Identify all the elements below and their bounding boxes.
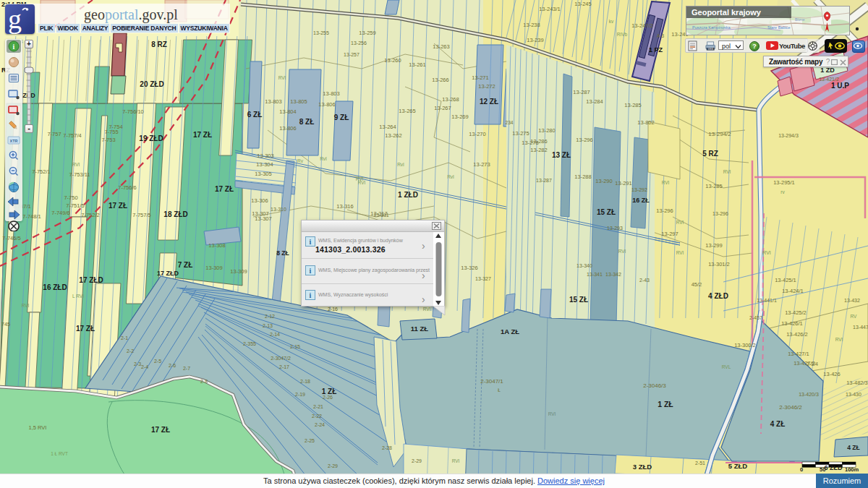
- svg-text:L RVI: L RVI: [72, 294, 84, 299]
- svg-text:1 PZ: 1 PZ: [649, 46, 663, 53]
- svg-text:13-259: 13-259: [359, 30, 375, 36]
- svg-text:kv: kv: [609, 19, 614, 24]
- svg-text:13-420/3: 13-420/3: [799, 392, 819, 397]
- svg-text:2-8: 2-8: [200, 379, 208, 384]
- svg-text:13-263: 13-263: [433, 43, 449, 50]
- svg-text:2-24: 2-24: [315, 422, 325, 427]
- svg-text:13-297: 13-297: [661, 231, 678, 237]
- svg-text:13-309: 13-309: [205, 265, 222, 271]
- svg-text:11 ZŁ: 11 ZŁ: [411, 325, 428, 333]
- svg-text:RVI: RVI: [723, 169, 731, 174]
- svg-text:2-15: 2-15: [290, 344, 300, 349]
- svg-text:2-457: 2-457: [749, 315, 762, 320]
- svg-text:Rv: Rv: [297, 158, 304, 163]
- svg-text:2-28: 2-28: [382, 445, 392, 450]
- svg-text:13-804: 13-804: [279, 108, 296, 115]
- svg-text:17 ZŁ: 17 ZŁ: [151, 426, 170, 434]
- svg-text:1 ZŁD: 1 ZŁD: [398, 191, 418, 199]
- svg-text:16 ZŁD: 16 ZŁD: [43, 283, 67, 291]
- svg-text:17 ZŁ: 17 ZŁ: [215, 185, 234, 193]
- svg-text:7-757/5: 7-757/5: [132, 212, 150, 218]
- svg-text:2-5: 2-5: [154, 359, 161, 364]
- svg-text:13-424/1: 13-424/1: [782, 288, 804, 294]
- svg-text:RvI: RvI: [397, 162, 404, 167]
- svg-text:13-342: 13-342: [605, 272, 621, 277]
- svg-text:2-355: 2-355: [243, 341, 256, 346]
- svg-text:13-432: 13-432: [844, 298, 860, 303]
- svg-text:RVI: RVI: [835, 337, 843, 342]
- svg-text:745: 745: [1, 321, 11, 328]
- svg-text:i: i: [13, 43, 15, 51]
- svg-text:7-748/1: 7-748/1: [22, 213, 41, 220]
- svg-text:13-803: 13-803: [265, 98, 281, 105]
- svg-text:13-426: 13-426: [823, 371, 840, 377]
- svg-text:13-340: 13-340: [576, 263, 592, 268]
- svg-text:17 ZŁ: 17 ZŁ: [109, 202, 127, 210]
- svg-text:RVI: RVI: [548, 411, 556, 416]
- svg-text:Geoportal krajowy: Geoportal krajowy: [692, 8, 762, 17]
- svg-text:2-14: 2-14: [270, 332, 280, 337]
- svg-text:7-756/10: 7-756/10: [122, 108, 144, 115]
- svg-text:13-425/1: 13-425/1: [775, 277, 796, 283]
- svg-text:13-290: 13-290: [595, 178, 612, 184]
- svg-text:9 ZŁ: 9 ZŁ: [334, 114, 349, 121]
- svg-text:13-301/2: 13-301/2: [708, 261, 730, 267]
- svg-text:4 ZŁ: 4 ZŁ: [847, 444, 859, 451]
- svg-text:17 ZŁD: 17 ZŁD: [157, 270, 179, 277]
- svg-text:5 ZŁD: 5 ZŁD: [728, 462, 748, 470]
- svg-text:YouTube: YouTube: [779, 42, 805, 50]
- svg-text:13-304: 13-304: [256, 161, 273, 168]
- svg-text:13-425/2: 13-425/2: [785, 309, 807, 316]
- svg-text:13-267: 13-267: [434, 105, 451, 111]
- svg-text:15 ZŁ: 15 ZŁ: [597, 208, 616, 216]
- svg-text:13-270: 13-270: [469, 131, 485, 137]
- svg-text:7-749/6: 7-749/6: [51, 210, 69, 216]
- svg-text:13-326: 13-326: [461, 265, 477, 271]
- svg-text:RVI: RVI: [452, 458, 460, 463]
- svg-text:13-291: 13-291: [615, 180, 631, 187]
- svg-text:13-311: 13-311: [373, 213, 388, 218]
- svg-text:Ł: Ł: [498, 388, 501, 393]
- svg-text:3 ZŁD: 3 ZŁD: [633, 463, 652, 471]
- svg-text:13-295/1: 13-295/1: [773, 179, 795, 186]
- svg-text:7-751/5: 7-751/5: [66, 202, 84, 209]
- svg-text:2-3047/2: 2-3047/2: [271, 356, 291, 361]
- svg-text:4 ZŁ: 4 ZŁ: [770, 420, 786, 428]
- svg-text:WEB: WEB: [708, 48, 713, 51]
- svg-text:13-265: 13-265: [399, 108, 415, 114]
- svg-text:Stare Babice: Stare Babice: [767, 25, 791, 30]
- svg-text:2-25: 2-25: [305, 438, 315, 443]
- svg-text:2-3/4: 2-3/4: [807, 361, 818, 367]
- svg-text:13-280: 13-280: [538, 127, 555, 134]
- svg-text:5 RZ: 5 RZ: [702, 150, 718, 158]
- svg-text:13-802: 13-802: [637, 119, 654, 126]
- svg-text:2-3046/2: 2-3046/2: [779, 404, 802, 411]
- svg-text:6 ZŁ: 6 ZŁ: [247, 111, 263, 119]
- svg-text:2-3047/1: 2-3047/1: [480, 378, 503, 385]
- svg-text:13-426/2: 13-426/2: [786, 331, 808, 338]
- svg-text:rv: rv: [780, 189, 785, 194]
- svg-text:13-430: 13-430: [846, 392, 861, 397]
- svg-text:13-307: 13-307: [255, 215, 271, 222]
- svg-text:2-17: 2-17: [279, 364, 289, 369]
- svg-text:RVI: RVI: [762, 250, 771, 255]
- svg-text:7-756/6: 7-756/6: [118, 184, 136, 191]
- svg-text:13-292: 13-292: [631, 187, 647, 192]
- svg-text:13-427/1: 13-427/1: [788, 351, 809, 357]
- svg-text:13-269: 13-269: [451, 114, 468, 120]
- svg-text:13-294/3: 13-294/3: [778, 133, 799, 138]
- svg-text:13-247/2: 13-247/2: [631, 22, 653, 29]
- svg-text:7-750: 7-750: [64, 194, 77, 201]
- svg-text:2-21: 2-21: [313, 404, 323, 409]
- svg-text:XTR: XTR: [10, 139, 18, 143]
- svg-text:1,5 RVI: 1,5 RVI: [29, 424, 47, 431]
- svg-text:13-293: 13-293: [607, 226, 623, 231]
- svg-text:16 ZŁ: 16 ZŁ: [632, 197, 650, 204]
- svg-text:RVI: RVI: [676, 250, 684, 255]
- svg-text:13-803: 13-803: [323, 90, 339, 97]
- svg-text:13-243/1: 13-243/1: [539, 6, 561, 12]
- svg-text:13-271: 13-271: [472, 74, 488, 81]
- svg-text:2-29: 2-29: [328, 463, 338, 468]
- svg-text:2-2: 2-2: [127, 348, 134, 354]
- svg-text:13-341: 13-341: [587, 272, 603, 277]
